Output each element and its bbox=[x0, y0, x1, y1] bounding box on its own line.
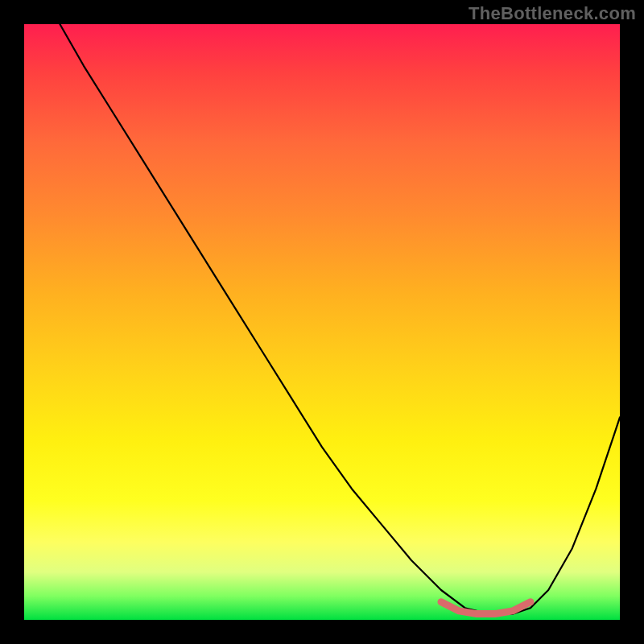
bottleneck-curve bbox=[60, 24, 620, 614]
optimal-range-curve bbox=[441, 602, 530, 614]
plot-area bbox=[24, 24, 620, 620]
watermark-text: TheBottleneck.com bbox=[469, 3, 636, 24]
chart-container: TheBottleneck.com bbox=[0, 0, 644, 644]
curve-svg bbox=[24, 24, 620, 620]
